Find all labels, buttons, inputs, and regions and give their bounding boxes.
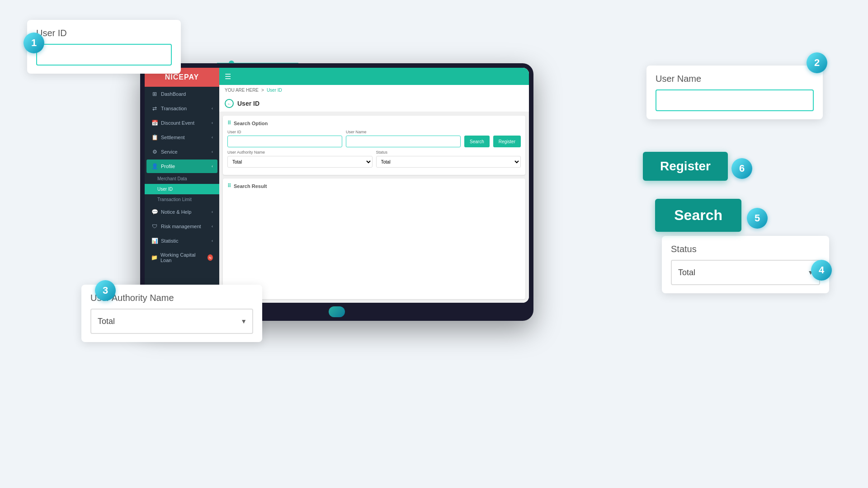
hamburger-icon[interactable]: ☰ xyxy=(225,72,231,81)
page-title: User ID xyxy=(237,100,259,107)
user-name-input[interactable] xyxy=(346,136,461,147)
capital-icon: 📁 xyxy=(151,254,158,261)
main-content: ☰ YOU ARE HERE > User ID ← User ID Searc… xyxy=(219,68,529,303)
status-group: Status Total Active Inactive xyxy=(376,150,521,168)
chevron-icon: ‹ xyxy=(212,135,213,140)
sidebar-item-settlement[interactable]: 📋 Settlement ‹ xyxy=(146,131,217,144)
breadcrumb-current: User ID xyxy=(267,88,282,93)
search-option-panel: Search Option User ID User Name Search R… xyxy=(223,116,525,175)
search-result-header: Search Result xyxy=(227,183,521,189)
card-1-title: User ID xyxy=(36,28,172,38)
step-badge-1: 1 xyxy=(24,33,44,53)
risk-icon: 🛡 xyxy=(151,223,158,230)
user-name-label: User Name xyxy=(346,130,461,134)
sidebar-item-risk[interactable]: 🛡 Risk management ‹ xyxy=(146,220,217,233)
top-bar: ☰ xyxy=(219,68,529,85)
card-3-select[interactable]: Total Admin User xyxy=(90,309,253,334)
chevron-icon: ‹ xyxy=(212,121,213,125)
register-button[interactable]: Register xyxy=(493,136,521,147)
step-badge-2: 2 xyxy=(807,52,827,73)
sidebar-item-notice[interactable]: 💬 Notice & Help ‹ xyxy=(146,205,217,219)
transaction-icon: ⇄ xyxy=(151,105,158,112)
breadcrumb: YOU ARE HERE > User ID xyxy=(219,85,529,95)
tablet-screen: NICEPAY ⊞ DashBoard ⇄ Transaction ‹ 📅 Di… xyxy=(145,68,529,303)
card-2-input[interactable] xyxy=(656,89,814,111)
chevron-icon: ‹ xyxy=(212,224,213,229)
back-button[interactable]: ← xyxy=(225,99,234,108)
card-status: Status Total Active Inactive ▼ xyxy=(662,236,829,293)
authority-select-wrapper: Total Admin User ▼ xyxy=(90,309,253,334)
search-option-header: Search Option xyxy=(227,120,521,126)
sidebar: NICEPAY ⊞ DashBoard ⇄ Transaction ‹ 📅 Di… xyxy=(145,68,219,303)
chevron-icon: ‹ xyxy=(212,239,213,243)
card-1-input[interactable] xyxy=(36,44,172,66)
sidebar-item-profile[interactable]: 👤 Profile ‹ xyxy=(146,160,217,173)
step-badge-5: 5 xyxy=(747,208,768,229)
sidebar-item-statistic[interactable]: 📊 Statistic ‹ xyxy=(146,234,217,248)
form-row-1: User ID User Name Search Register xyxy=(227,130,521,147)
user-id-group: User ID xyxy=(227,130,342,147)
service-icon: ⚙ xyxy=(151,149,158,155)
search-button[interactable]: Search xyxy=(464,136,490,147)
dashboard-icon: ⊞ xyxy=(151,91,158,97)
user-id-label: User ID xyxy=(227,130,342,134)
authority-group: User Authority Name Total Admin User xyxy=(227,150,373,168)
step-badge-3: 3 xyxy=(95,280,116,301)
tablet-frame: NICEPAY ⊞ DashBoard ⇄ Transaction ‹ 📅 Di… xyxy=(140,63,533,321)
sidebar-item-service[interactable]: ⚙ Service ‹ xyxy=(146,145,217,159)
breadcrumb-sep: > xyxy=(261,88,264,93)
sidebar-item-working-capital[interactable]: 📁 Working Capital Loan N xyxy=(146,249,217,267)
user-id-input[interactable] xyxy=(227,136,342,147)
status-select-wrapper: Total Active Inactive ▼ xyxy=(671,260,820,285)
statistic-icon: 📊 xyxy=(151,238,158,244)
profile-icon: 👤 xyxy=(151,163,158,169)
new-badge: N xyxy=(208,254,213,261)
chevron-icon: ‹ xyxy=(212,150,213,154)
status-select[interactable]: Total Active Inactive xyxy=(376,156,521,168)
user-name-group: User Name xyxy=(346,130,461,147)
card-user-id: User ID xyxy=(27,20,181,74)
card-search-button[interactable]: Search xyxy=(655,199,741,232)
breadcrumb-home: YOU ARE HERE xyxy=(225,88,259,93)
status-label: Status xyxy=(376,150,521,155)
home-button[interactable] xyxy=(329,306,345,317)
sidebar-item-transaction[interactable]: ⇄ Transaction ‹ xyxy=(146,102,217,115)
authority-select[interactable]: Total Admin User xyxy=(227,156,373,168)
search-result-panel: Search Result xyxy=(223,178,525,299)
card-4-title: Status xyxy=(671,244,820,254)
sidebar-subitem-userid[interactable]: User ID xyxy=(145,184,219,194)
notice-icon: 💬 xyxy=(151,209,158,215)
discount-icon: 📅 xyxy=(151,120,158,126)
sidebar-item-discount[interactable]: 📅 Discount Event ‹ xyxy=(146,116,217,130)
settlement-icon: 📋 xyxy=(151,134,158,141)
sidebar-subitem-txlimit[interactable]: Transaction Limit xyxy=(145,194,219,205)
sidebar-item-dashboard[interactable]: ⊞ DashBoard xyxy=(146,87,217,101)
card-register-button[interactable]: Register xyxy=(643,152,728,181)
page-title-bar: ← User ID xyxy=(219,95,529,112)
card-2-title: User Name xyxy=(656,74,814,84)
sidebar-subitem-merchant[interactable]: Merchant Data xyxy=(145,174,219,184)
card-4-select[interactable]: Total Active Inactive xyxy=(671,260,820,285)
chevron-icon: ‹ xyxy=(212,210,213,214)
form-row-2: User Authority Name Total Admin User Sta… xyxy=(227,150,521,168)
card-user-name: User Name xyxy=(646,66,823,119)
step-badge-6: 6 xyxy=(731,158,752,179)
step-badge-4: 4 xyxy=(811,260,832,281)
authority-label: User Authority Name xyxy=(227,150,373,155)
chevron-icon: ‹ xyxy=(212,164,213,169)
chevron-icon: ‹ xyxy=(212,106,213,111)
